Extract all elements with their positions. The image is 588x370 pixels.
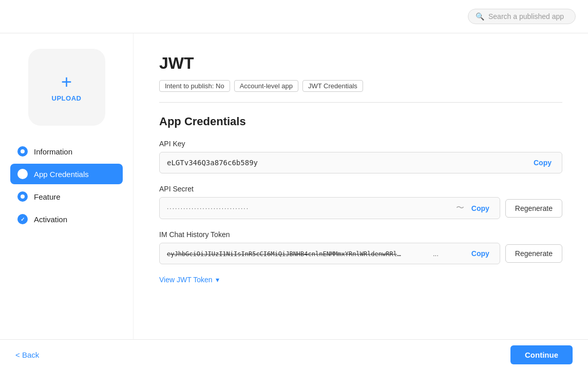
search-icon: 🔍: [476, 12, 484, 21]
im-chat-row: eyJhbGciOiJIUzI1NiIsInR5cCI6MiQiJBNHB4cn…: [159, 243, 562, 264]
sidebar-item-information[interactable]: Information: [10, 141, 123, 162]
nav-dot-feature: [17, 191, 28, 202]
im-chat-text: eyJhbGciOiJIUzI1NiIsInR5cCI6MiQiJBNHB4cn…: [167, 250, 403, 258]
search-placeholder: Search a published app: [488, 12, 564, 21]
api-secret-field: ······························ 〜 Copy: [159, 197, 500, 219]
app-title: JWT: [159, 54, 562, 73]
nav-dot-activation: ✓: [17, 214, 28, 224]
sidebar-item-feature[interactable]: Feature: [10, 186, 123, 207]
api-secret-right: 〜 Copy: [456, 203, 492, 213]
api-secret-group: API Secret ·····························…: [159, 185, 562, 219]
im-chat-copy-button[interactable]: Copy: [468, 248, 492, 259]
api-secret-regenerate-button[interactable]: Regenerate: [505, 199, 562, 218]
tag-jwt: JWT Credentials: [302, 80, 363, 92]
main-content: JWT Intent to publish: No Account-level …: [134, 33, 588, 370]
tag-account: Account-level app: [234, 80, 298, 92]
im-chat-field: eyJhbGciOiJIUzI1NiIsInR5cCI6MiQiJBNHB4cn…: [159, 243, 500, 264]
api-secret-dots: ······························: [167, 205, 249, 212]
footer: < Back Continue: [0, 339, 588, 370]
tag-intent: Intent to publish: No: [159, 80, 230, 92]
view-jwt-label: View JWT Token: [159, 276, 213, 284]
api-key-field: eLGTv346Q3a876c6b589y Copy: [159, 152, 562, 173]
nav-label-information: Information: [34, 147, 72, 156]
api-key-label: API Key: [159, 140, 562, 148]
plus-icon: +: [61, 73, 72, 91]
sidebar-item-activation[interactable]: ✓ Activation: [10, 209, 123, 229]
view-jwt-toggle[interactable]: View JWT Token ▾: [159, 276, 562, 284]
nav-label-activation: Activation: [34, 215, 67, 224]
app-tags: Intent to publish: No Account-level app …: [159, 80, 562, 92]
nav-label-app-credentials: App Credentials: [34, 170, 89, 179]
back-button[interactable]: < Back: [15, 350, 39, 359]
api-secret-label: API Secret: [159, 185, 562, 193]
eye-icon: 〜: [456, 203, 464, 213]
im-chat-value: eyJhbGciOiJIUzI1NiIsInR5cCI6MiQiJBNHB4cn…: [167, 250, 403, 258]
nav-label-feature: Feature: [34, 192, 61, 201]
im-chat-label: IM Chat History Token: [159, 230, 562, 239]
im-chat-group: IM Chat History Token eyJhbGciOiJIUzI1Ni…: [159, 230, 562, 264]
nav-dot-information: [17, 146, 28, 157]
continue-button[interactable]: Continue: [510, 345, 573, 364]
nav-items: Information ✓ App Credentials Feature ✓: [10, 141, 123, 229]
api-secret-copy-button[interactable]: Copy: [468, 203, 492, 213]
nav-dot-app-credentials: ✓: [17, 169, 28, 179]
search-bar[interactable]: 🔍 Search a published app: [468, 9, 576, 24]
sidebar: + UPLOAD Information ✓ App Credentials: [0, 33, 134, 370]
api-key-group: API Key eLGTv346Q3a876c6b589y Copy: [159, 140, 562, 173]
layout: + UPLOAD Information ✓ App Credentials: [0, 33, 588, 370]
header: 🔍 Search a published app: [0, 0, 588, 33]
section-title: App Credentials: [159, 115, 562, 128]
api-key-value: eLGTv346Q3a876c6b589y: [167, 159, 258, 167]
sidebar-item-app-credentials[interactable]: ✓ App Credentials: [10, 164, 123, 184]
upload-box[interactable]: + UPLOAD: [28, 49, 105, 126]
api-key-copy-button[interactable]: Copy: [530, 158, 555, 168]
api-secret-row: ······························ 〜 Copy Re…: [159, 197, 562, 219]
im-chat-regenerate-button[interactable]: Regenerate: [505, 244, 562, 263]
upload-label: UPLOAD: [52, 94, 82, 102]
divider: [159, 102, 562, 103]
im-chat-ellipsis: ...: [433, 250, 439, 258]
chevron-down-icon: ▾: [216, 276, 219, 284]
